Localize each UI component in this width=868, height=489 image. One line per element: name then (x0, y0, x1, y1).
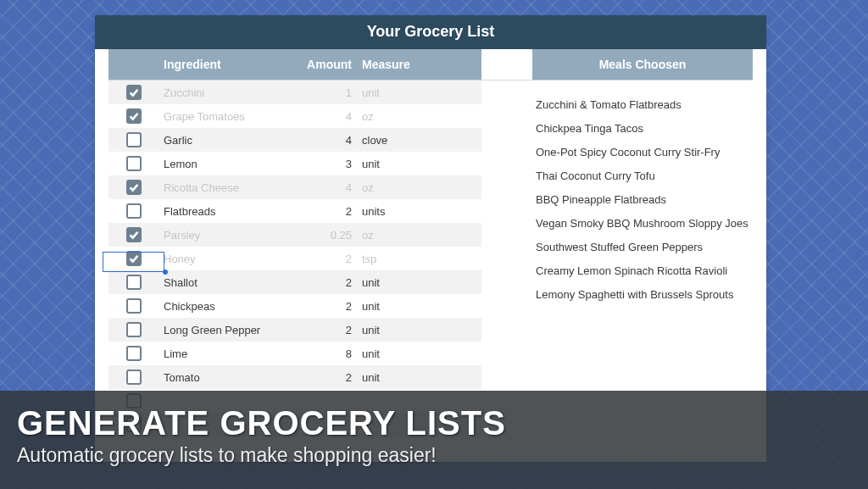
table-row: Garlic4clove (108, 128, 481, 152)
table-body: Zucchini1unitGrape Tomatoes4ozGarlic4clo… (108, 81, 753, 436)
ingredient-amount: 2 (278, 205, 359, 218)
check-icon (128, 110, 140, 122)
check-icon (128, 181, 140, 193)
header-measure: Measure (359, 58, 439, 71)
meal-item: BBQ Pineapple Flatbreads (532, 187, 753, 211)
meal-item: Lemony Spaghetti with Brussels Sprouts (532, 282, 753, 306)
ingredient-checkbox[interactable] (126, 203, 142, 219)
checkbox-cell (108, 203, 147, 219)
table-row: Long Green Pepper2unit (108, 318, 481, 342)
ingredient-measure: oz (359, 110, 439, 123)
checkbox-cell (108, 346, 147, 361)
check-icon (128, 229, 140, 241)
ingredient-checkbox[interactable] (126, 227, 142, 242)
table-row: Zucchini1unit (108, 81, 481, 104)
banner-subtext: Automatic grocery lists to make shopping… (17, 444, 851, 467)
ingredient-measure: units (359, 205, 439, 218)
ingredient-measure: unit (359, 324, 439, 336)
ingredient-amount: 1 (278, 86, 359, 99)
ingredient-checkbox[interactable] (126, 322, 142, 337)
ingredient-measure: unit (359, 276, 439, 289)
table-row: Chickpeas2unit (108, 294, 481, 318)
table-row: Lime8unit (108, 342, 481, 365)
table-row: Ricotta Cheese4oz (108, 175, 481, 199)
ingredient-measure: unit (359, 371, 439, 384)
meal-item: Southwest Stuffed Green Peppers (532, 235, 753, 258)
header-left: Ingredient Amount Measure (108, 49, 481, 80)
checkbox-cell (108, 108, 147, 124)
ingredient-name: Ricotta Cheese (147, 181, 278, 194)
ingredient-amount: 2 (278, 300, 359, 313)
ingredient-amount: 3 (278, 158, 359, 170)
ingredient-amount: 2 (278, 324, 359, 336)
ingredient-amount: 8 (278, 347, 359, 360)
checkbox-cell (108, 298, 147, 314)
ingredient-measure: unit (359, 158, 439, 170)
header-ingredient: Ingredient (108, 58, 278, 71)
meal-item: Creamy Lemon Spinach Ricotta Ravioli (532, 258, 753, 282)
ingredient-checkbox[interactable] (126, 275, 142, 290)
ingredient-measure: unit (359, 300, 439, 313)
ingredient-measure: unit (359, 347, 439, 360)
meal-item: Vegan Smoky BBQ Mushroom Sloppy Joes (532, 211, 753, 235)
header-meals: Meals Choosen (532, 49, 753, 80)
meal-item: Zucchini & Tomato Flatbreads (532, 92, 753, 116)
ingredient-checkbox[interactable] (126, 251, 142, 266)
ingredient-name: Parsley (147, 229, 278, 242)
checkbox-cell (108, 132, 147, 147)
ingredient-checkbox[interactable] (126, 156, 142, 171)
table-row: Lemon3unit (108, 152, 481, 175)
ingredient-checkbox[interactable] (126, 346, 142, 361)
table-row: Flatbreads2units (108, 199, 481, 223)
ingredient-measure: tsp (359, 253, 439, 265)
ingredient-name: Lemon (147, 158, 278, 170)
promo-banner: GENERATE GROCERY LISTS Automatic grocery… (0, 391, 868, 489)
check-icon (128, 253, 140, 264)
table-row: Grape Tomatoes4oz (108, 104, 481, 128)
ingredient-checkbox[interactable] (126, 298, 142, 314)
ingredients-column: Zucchini1unitGrape Tomatoes4ozGarlic4clo… (108, 81, 481, 436)
ingredient-checkbox[interactable] (126, 132, 142, 147)
meal-item: Chickpea Tinga Tacos (532, 116, 753, 140)
ingredient-checkbox[interactable] (126, 108, 142, 124)
ingredient-checkbox[interactable] (126, 85, 142, 100)
ingredient-amount: 2 (278, 253, 359, 265)
ingredient-amount: 2 (278, 276, 359, 289)
ingredient-measure: clove (359, 134, 439, 147)
checkbox-cell (108, 227, 147, 242)
ingredient-name: Tomato (147, 371, 278, 384)
ingredient-name: Long Green Pepper (147, 324, 278, 336)
ingredient-name: Honey (147, 253, 278, 265)
ingredient-amount: 2 (278, 371, 359, 384)
checkbox-cell (108, 322, 147, 337)
ingredient-amount: 4 (278, 181, 359, 194)
checkbox-cell (108, 370, 147, 385)
table-row: Parsley0.25oz (108, 223, 481, 247)
checkbox-cell (108, 156, 147, 171)
meal-item: Thai Coconut Curry Tofu (532, 164, 753, 187)
cell-selection-handle[interactable] (163, 270, 168, 275)
ingredient-name: Garlic (147, 134, 278, 147)
check-icon (128, 86, 140, 98)
header-gap (481, 49, 532, 80)
table-row: Tomato2unit (108, 365, 481, 389)
spacer-column (481, 81, 532, 436)
ingredient-name: Flatbreads (147, 205, 278, 218)
ingredient-measure: unit (359, 86, 439, 99)
card-title: Your Grocery List (95, 15, 766, 49)
ingredient-measure: oz (359, 229, 439, 242)
ingredient-checkbox[interactable] (126, 180, 142, 195)
ingredient-amount: 4 (278, 134, 359, 147)
ingredient-name: Chickpeas (147, 300, 278, 313)
ingredient-amount: 0.25 (278, 229, 359, 242)
header-amount: Amount (278, 58, 359, 71)
ingredient-checkbox[interactable] (126, 370, 142, 385)
ingredient-amount: 4 (278, 110, 359, 123)
checkbox-cell (108, 180, 147, 195)
ingredient-name: Lime (147, 347, 278, 360)
ingredient-measure: oz (359, 181, 439, 194)
ingredient-name: Grape Tomatoes (147, 110, 278, 123)
meal-item: One-Pot Spicy Coconut Curry Stir-Fry (532, 140, 753, 164)
ingredient-name: Shallot (147, 276, 278, 289)
meals-column: Zucchini & Tomato FlatbreadsChickpea Tin… (532, 81, 753, 436)
